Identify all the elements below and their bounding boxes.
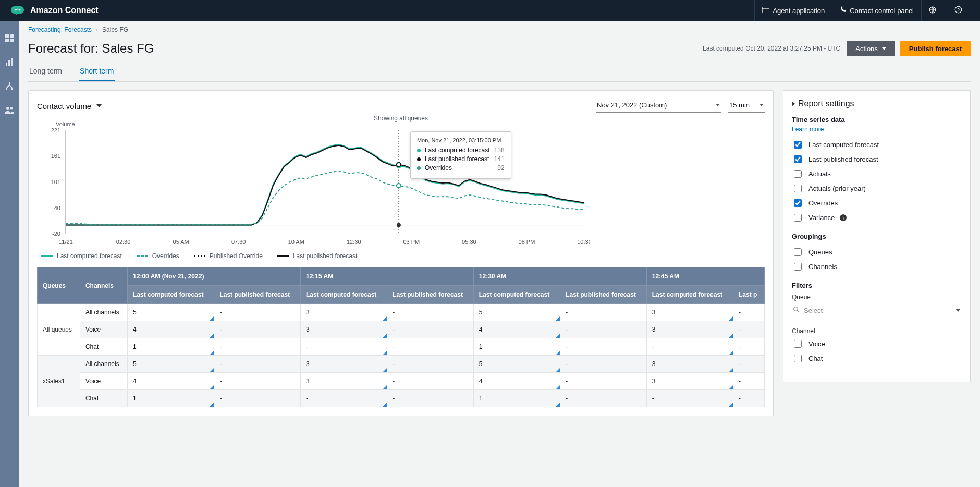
chart: Volume -204010116122111/2102:3005 AM07:3… (37, 123, 765, 248)
svg-text:10 AM: 10 AM (288, 239, 304, 245)
svg-rect-11 (6, 63, 7, 66)
help-button[interactable]: ? (947, 0, 970, 21)
time-series-option-row: Actuals (792, 168, 962, 179)
groupings-head: Groupings (792, 233, 962, 240)
caret-down-icon (882, 47, 886, 50)
queue-filter-select[interactable]: Select (792, 303, 962, 318)
time-series-option-row: Variancei (792, 212, 962, 223)
time-series-option-checkbox[interactable] (794, 199, 802, 207)
help-icon: ? (954, 6, 962, 15)
globe-icon (929, 6, 936, 15)
chart-tooltip: Mon, Nov 21, 2022, 03:15:00 PMLast compu… (410, 131, 511, 179)
svg-text:03 PM: 03 PM (403, 239, 420, 245)
product-name: Amazon Connect (30, 6, 99, 15)
svg-rect-9 (5, 39, 9, 42)
time-series-option-checkbox[interactable] (794, 155, 802, 163)
grouping-option-checkbox[interactable] (794, 263, 802, 271)
grouping-option-row: Channels (792, 261, 962, 272)
time-series-option-row: Overrides (792, 198, 962, 209)
filters-head: Filters (792, 282, 962, 289)
channel-option-label: Voice (808, 340, 825, 348)
chart-panel: Contact volume Nov 21, 2022 (Custom) 15 … (28, 90, 774, 416)
time-series-option-label: Last published forecast (808, 155, 878, 163)
svg-point-15 (10, 107, 13, 110)
grouping-option-label: Queues (808, 248, 832, 256)
page-title: Forecast for: Sales FG (28, 41, 154, 56)
report-settings-title[interactable]: Report settings (792, 99, 962, 108)
interval-select[interactable]: 15 min (728, 99, 765, 113)
caret-down-icon (96, 104, 102, 107)
nav-users[interactable] (5, 105, 14, 115)
svg-point-14 (6, 107, 9, 110)
svg-rect-10 (10, 39, 14, 42)
time-series-option-label: Actuals (prior year) (808, 185, 866, 192)
grouping-option-checkbox[interactable] (794, 248, 802, 256)
tab-short-term[interactable]: Short term (79, 62, 115, 81)
tab-long-term[interactable]: Long term (28, 62, 63, 81)
time-series-option-label: Actuals (808, 170, 831, 178)
svg-text:?: ? (957, 7, 960, 13)
time-series-option-label: Last computed forecast (808, 141, 879, 149)
svg-text:08 PM: 08 PM (519, 239, 535, 245)
time-series-option-checkbox[interactable] (794, 185, 802, 192)
time-series-option-checkbox[interactable] (794, 141, 802, 149)
grouping-option-row: Queues (792, 247, 962, 258)
learn-more-link[interactable]: Learn more (792, 126, 962, 133)
svg-text:101: 101 (51, 179, 60, 185)
last-computed-text: Last computed Oct 20, 2022 at 3:27:25 PM… (703, 45, 840, 52)
svg-text:05:30: 05:30 (462, 239, 476, 245)
window-icon (762, 7, 769, 15)
channel-option-checkbox[interactable] (794, 355, 802, 362)
report-settings-panel: Report settings Time series data Learn m… (783, 90, 971, 382)
breadcrumb-current: Sales FG (102, 26, 128, 33)
time-series-option-label: Overrides (808, 199, 838, 207)
info-icon[interactable]: i (840, 214, 847, 221)
forecast-table: QueuesChannels12:00 AM (Nov 21, 2022)12:… (37, 267, 765, 407)
svg-rect-12 (8, 60, 10, 66)
channel-option-row: Voice (792, 338, 962, 349)
grouping-option-label: Channels (808, 263, 837, 271)
svg-rect-8 (10, 34, 14, 38)
queue-filter-label: Queue (792, 294, 962, 301)
caret-down-icon (956, 309, 961, 312)
globe-menu[interactable] (921, 0, 947, 21)
svg-point-35 (397, 163, 401, 167)
time-series-option-checkbox[interactable] (794, 214, 802, 222)
date-range-select[interactable]: Nov 21, 2022 (Custom) (596, 99, 721, 113)
product-logo: Amazon Connect (10, 4, 99, 17)
chevron-right-icon (792, 101, 795, 106)
time-series-option-checkbox[interactable] (794, 170, 802, 178)
svg-rect-7 (5, 34, 9, 38)
svg-text:221: 221 (51, 127, 60, 133)
svg-text:12:30: 12:30 (347, 239, 361, 245)
header: Amazon Connect Agent application Contact… (0, 0, 980, 21)
channel-option-checkbox[interactable] (794, 340, 802, 348)
nav-dashboard[interactable] (5, 33, 14, 43)
publish-forecast-button[interactable]: Publish forecast (900, 41, 971, 56)
actions-button[interactable]: Actions (847, 41, 895, 56)
channel-option-label: Chat (808, 355, 823, 362)
nav-analytics[interactable] (5, 57, 14, 67)
term-tabs: Long term Short term (28, 62, 971, 82)
nav-routing[interactable] (5, 81, 14, 91)
svg-text:05 AM: 05 AM (173, 239, 189, 245)
metric-select[interactable]: Contact volume (37, 102, 102, 111)
phone-icon (840, 6, 847, 15)
svg-text:40: 40 (54, 205, 60, 211)
agent-application-link[interactable]: Agent application (754, 0, 832, 21)
main-content: Forecasting: Forecasts › Sales FG Foreca… (19, 21, 980, 487)
svg-point-38 (794, 307, 798, 311)
svg-text:-20: -20 (52, 230, 60, 237)
left-sidebar (0, 21, 19, 487)
time-series-option-label: Variance (808, 214, 835, 222)
chevron-right-icon: › (96, 26, 98, 33)
breadcrumb-parent[interactable]: Forecasting: Forecasts (28, 26, 92, 33)
time-series-option-row: Last published forecast (792, 154, 962, 165)
contact-control-panel-link[interactable]: Contact control panel (832, 0, 921, 21)
channel-filter-label: Channel (792, 327, 962, 335)
svg-text:11/21: 11/21 (58, 239, 73, 245)
svg-point-37 (397, 223, 401, 227)
search-icon (793, 306, 800, 314)
svg-line-39 (797, 310, 799, 312)
y-axis-label: Volume (56, 121, 75, 127)
